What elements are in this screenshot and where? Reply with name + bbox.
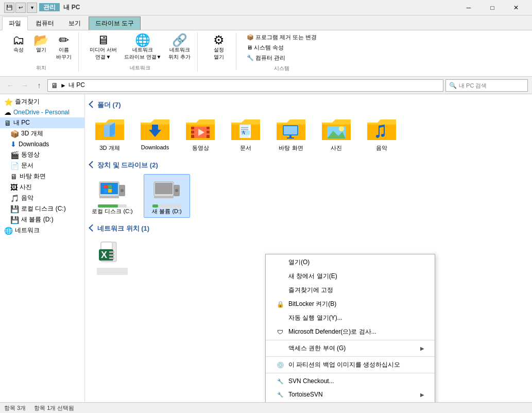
- quick-access-undo[interactable]: ↩: [15, 3, 26, 13]
- window-title: 관리 내 PC: [39, 3, 80, 12]
- svg-rect-9: [207, 131, 210, 133]
- cm-item-svn-checkout[interactable]: 🔧 SVN Checkout...: [266, 374, 435, 388]
- ribbon-btn-미디어서버[interactable]: 🖥 미디어 서버연결▼: [87, 32, 119, 62]
- status-selected: 항목 1개 선택됨: [34, 404, 74, 412]
- sidebar-item-3d[interactable]: 📦 3D 개체: [0, 128, 84, 139]
- drive-item-c[interactable]: 로컬 디스크 (C:): [89, 174, 135, 218]
- folder-item-desktop[interactable]: 바탕 화면: [270, 114, 312, 154]
- sidebar-item-network[interactable]: 🌐 네트워크: [0, 225, 84, 236]
- tab-보기[interactable]: 보기: [62, 16, 88, 30]
- folder-label-doc: 문서: [240, 144, 251, 152]
- folder-svg-music: [366, 116, 397, 143]
- cm-item-bitlocker[interactable]: 🔒 BitLocker 켜기(B): [266, 297, 435, 311]
- ribbon-group-label-시스템: 시스템: [274, 64, 289, 72]
- sidebar-item-photos[interactable]: 🖼 사진: [0, 182, 84, 193]
- ribbon-btn-프로그램제거[interactable]: 📦 프로그램 제거 또는 변경: [245, 32, 319, 42]
- svg-point-39: [175, 189, 178, 192]
- svg-rect-32: [99, 196, 119, 198]
- folder-item-photo[interactable]: 사진: [316, 114, 357, 154]
- tab-파일[interactable]: 파일: [2, 16, 28, 30]
- sidebar-item-drive-d[interactable]: 💾 새 볼륨 (D:): [0, 214, 84, 225]
- cm-item-defender[interactable]: 🛡 Microsoft Defender(으)로 검사...: [266, 325, 435, 339]
- cm-item-access[interactable]: 액세스 권한 부여 (G) ▶: [266, 341, 435, 355]
- cm-item-autorun[interactable]: 자동 실행 열기(Y)...: [266, 311, 435, 325]
- drive-d-icon: 💾: [10, 216, 19, 224]
- address-path[interactable]: 🖥 ► 내 PC: [47, 79, 443, 92]
- ribbon-btn-이름바꾸기[interactable]: ✏ 이름바꾸기: [54, 32, 74, 62]
- rename-icon: ✏: [59, 34, 69, 46]
- folder-icon-music: [366, 116, 397, 143]
- svg-point-25: [339, 126, 344, 131]
- folders-section-header[interactable]: 폴더 (7): [89, 100, 528, 110]
- ribbon-btn-컴퓨터관리[interactable]: 🔧 컴퓨터 관리: [245, 53, 319, 63]
- drives-section-header[interactable]: 장치 및 드라이브 (2): [89, 161, 528, 170]
- cm-bitlocker-icon: 🔒: [276, 300, 284, 308]
- cm-pin-icon: [276, 286, 284, 295]
- cm-item-open[interactable]: 열기(O): [266, 255, 435, 269]
- sidebar-item-downloads[interactable]: ⬇ Downloads: [0, 139, 84, 149]
- folder-item-3d[interactable]: 3D 개체: [89, 114, 130, 154]
- tab-컴퓨터[interactable]: 컴퓨터: [29, 16, 61, 30]
- ribbon-btn-네트워크위치추가[interactable]: 🔗 네트워크위치 추가: [166, 32, 193, 62]
- cm-defender-icon: 🛡: [276, 328, 284, 336]
- back-button[interactable]: ←: [4, 79, 16, 92]
- drive-svg-d: [151, 177, 182, 203]
- folder-item-downloads[interactable]: Downloads: [134, 114, 176, 154]
- sidebar-label: 문서: [21, 161, 33, 170]
- excel-svg: X: [97, 240, 128, 271]
- svg-text:X: X: [101, 250, 107, 260]
- folder-svg-video: [185, 116, 216, 143]
- minimize-button[interactable]: ─: [457, 0, 480, 15]
- cm-item-pin[interactable]: 즐겨찾기에 고정: [266, 283, 435, 297]
- up-button[interactable]: ↑: [33, 79, 45, 92]
- doc-icon: 📄: [10, 162, 19, 170]
- close-button[interactable]: ✕: [504, 0, 528, 15]
- drive-item-d[interactable]: 새 볼륨 (D:): [144, 174, 190, 218]
- svg-rect-30: [104, 189, 108, 193]
- folder-label-video: 동영상: [192, 144, 209, 152]
- folder-svg-photo: [321, 116, 352, 143]
- ribbon-group-label-settings: [218, 63, 220, 70]
- folder-item-music[interactable]: 음악: [361, 114, 402, 154]
- sidebar-item-mypc[interactable]: 🖥 내 PC: [0, 117, 84, 128]
- svg-rect-20: [284, 126, 297, 134]
- ribbon-btn-네트워크드라이브[interactable]: 🌐 네트워크드라이브 연결▼: [122, 32, 164, 62]
- sidebar-item-즐겨찾기[interactable]: ⭐ 즐겨찾기: [0, 96, 84, 107]
- sidebar-item-onedrive[interactable]: ☁ OneDrive - Personal: [0, 107, 84, 117]
- tab-드라이브도구[interactable]: 드라이브 도구: [89, 16, 141, 30]
- network-item-excel[interactable]: X: [89, 237, 135, 278]
- network-section-header[interactable]: 네트워크 위치 (1): [89, 224, 528, 233]
- settings-icon: ⚙: [213, 34, 225, 46]
- cloud-icon: ☁: [4, 108, 11, 116]
- maximize-button[interactable]: □: [480, 0, 504, 15]
- cm-item-tortoisesvn[interactable]: 🔧 TortoiseSVN ▶: [266, 388, 435, 401]
- cm-new-window-icon: [276, 272, 284, 281]
- ribbon-btn-속성[interactable]: 🗂 속성: [8, 32, 29, 55]
- ribbon-btn-열기[interactable]: 📂 열기: [31, 32, 52, 55]
- quick-access-dropdown[interactable]: ▾: [27, 3, 37, 13]
- folder-item-doc[interactable]: A 문서: [225, 114, 266, 154]
- folder-label-photo: 사진: [331, 144, 342, 152]
- ribbon-btn-시스템속성[interactable]: 🖥 시스템 속성: [245, 43, 319, 53]
- folder-svg-desktop: [276, 116, 306, 143]
- folder-icon-downloads: [140, 116, 170, 143]
- search-box[interactable]: 🔍: [445, 79, 528, 92]
- sidebar-item-desktop[interactable]: 🖥 바탕 화면: [0, 171, 84, 182]
- sidebar-item-videos[interactable]: 🎬 동영상: [0, 149, 84, 160]
- ribbon-highlighted-tab[interactable]: 관리: [39, 3, 60, 11]
- sidebar-label: OneDrive - Personal: [13, 109, 70, 116]
- quick-access-save[interactable]: 💾: [4, 3, 14, 13]
- sidebar-item-music[interactable]: 🎵 음악: [0, 193, 84, 203]
- cm-item-backup[interactable]: 💿 이 파티션의 백업 이미지를 생성하십시오: [266, 358, 435, 372]
- folder-item-video[interactable]: 동영상: [180, 114, 221, 154]
- cm-item-open-new-window[interactable]: 새 창에서 열기(E): [266, 269, 435, 283]
- sidebar-label: 바탕 화면: [20, 172, 46, 181]
- forward-button[interactable]: →: [19, 79, 31, 92]
- sidebar-item-docs[interactable]: 📄 문서: [0, 160, 84, 171]
- ribbon-btn-설정열기[interactable]: ⚙ 설정열기: [206, 32, 232, 62]
- status-bar: 항목 3개 항목 1개 선택됨: [0, 402, 532, 413]
- svg-rect-46: [109, 257, 114, 259]
- sidebar-item-local-c[interactable]: 💾 로컬 디스크 (C:): [0, 203, 84, 214]
- search-input[interactable]: [459, 82, 524, 89]
- folder-icon-3d: [94, 116, 125, 143]
